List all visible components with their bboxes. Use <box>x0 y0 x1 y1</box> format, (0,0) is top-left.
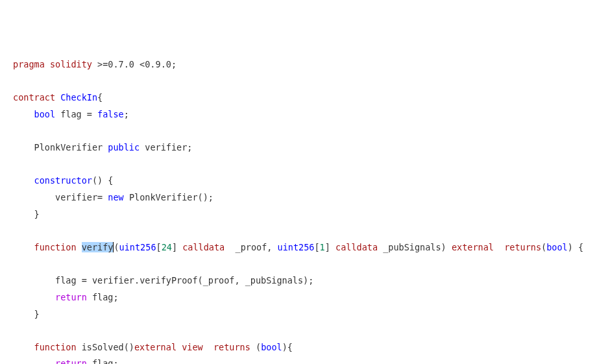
type-bool: bool <box>34 109 56 119</box>
fn-verifyproof: verifyProof <box>140 275 197 285</box>
kw-contract: contract <box>13 92 55 103</box>
id-flag: flag <box>60 109 82 119</box>
semi: ; <box>113 292 118 302</box>
paren-close: ) <box>441 242 446 252</box>
arg-pubsignals: _pubSignals <box>383 242 441 252</box>
id-verifier: verifier <box>55 192 97 202</box>
brace: { <box>108 175 113 186</box>
rbracket: ] <box>172 242 177 252</box>
kw-solidity: solidity <box>50 59 92 69</box>
kw-external: external <box>134 342 177 352</box>
semi: ; <box>113 358 118 364</box>
kw-returns: returns <box>213 342 250 352</box>
brace: } <box>34 309 40 319</box>
paren-close: ) <box>568 242 573 252</box>
paren-open: ( <box>256 342 261 352</box>
paren-close: ) <box>282 342 287 352</box>
kw-pragma: pragma <box>13 59 45 69</box>
kw-return: return <box>55 358 87 364</box>
type-uint256: uint256 <box>119 242 156 252</box>
comma: , <box>267 242 272 252</box>
kw-function: function <box>34 342 77 352</box>
kw-calldata: calldata <box>335 242 378 252</box>
paren-open: ( <box>541 242 546 252</box>
kw-constructor: constructor <box>34 175 92 186</box>
code-block: pragma solidity >=0.7.0 <0.9.0; contract… <box>13 56 584 364</box>
lbracket: [ <box>314 242 319 252</box>
semi: ; <box>124 109 129 119</box>
id-flag: flag <box>55 275 77 285</box>
brace: { <box>287 342 293 352</box>
semi: ; <box>171 59 177 69</box>
eq: = <box>82 275 87 285</box>
kw-view: view <box>182 342 203 352</box>
id-flag: flag <box>92 292 114 302</box>
paren-open: ( <box>114 242 119 252</box>
version: >=0.7.0 <0.9.0 <box>97 59 171 69</box>
num-24: 24 <box>162 242 172 252</box>
brace: { <box>97 92 103 103</box>
paren: () <box>124 342 134 352</box>
id-flag: flag <box>92 358 114 364</box>
lbracket: [ <box>156 242 162 252</box>
paren: () <box>92 175 103 186</box>
kw-new: new <box>108 192 123 202</box>
dot: . <box>134 275 140 285</box>
type-plonk: PlonkVerifier <box>129 192 198 202</box>
brace: { <box>578 242 583 252</box>
semi: ; <box>308 275 313 285</box>
semi: ; <box>208 192 213 202</box>
semi: ; <box>187 142 192 152</box>
fn-name: isSolved <box>82 342 124 352</box>
fn-name-selected: verify <box>82 242 114 252</box>
arg-proof: _proof <box>236 242 267 252</box>
kw-public: public <box>108 142 140 152</box>
args: (_proof, _pubSignals) <box>198 275 309 285</box>
contract-name: CheckIn <box>60 92 97 103</box>
type-plonk: PlonkVerifier <box>34 142 103 152</box>
kw-return: return <box>55 292 87 302</box>
type-bool: bool <box>261 342 282 352</box>
rbracket: ] <box>325 242 330 252</box>
paren: () <box>198 192 208 202</box>
kw-returns: returns <box>504 242 541 252</box>
eq: = <box>87 109 92 119</box>
eq: = <box>97 192 103 202</box>
id-verifier: verifier <box>92 275 134 285</box>
kw-function: function <box>34 242 77 252</box>
num-1: 1 <box>320 242 325 252</box>
brace: } <box>34 209 40 219</box>
kw-calldata: calldata <box>182 242 225 252</box>
type-bool: bool <box>546 242 568 252</box>
id-verifier: verifier <box>145 142 187 152</box>
type-uint256: uint256 <box>278 242 315 252</box>
lit-false: false <box>97 109 124 119</box>
kw-external: external <box>452 242 494 252</box>
